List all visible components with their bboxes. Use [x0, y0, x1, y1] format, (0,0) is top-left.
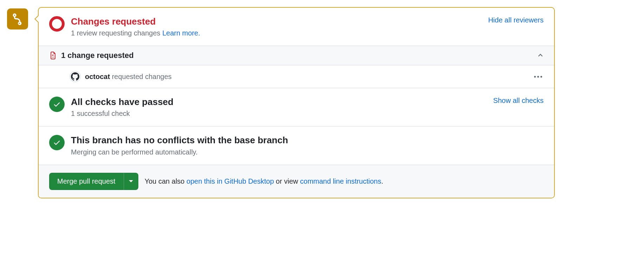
checks-title: All checks have passed [71, 97, 173, 107]
review-status-title: Changes requested [71, 16, 200, 27]
conflicts-status-section: This branch has no conflicts with the ba… [39, 126, 554, 165]
file-diff-icon [49, 52, 57, 59]
reviewer-row: octocat requested changes [39, 65, 554, 88]
review-status-section: Changes requested 1 review requesting ch… [39, 8, 554, 46]
review-status-subtitle: 1 review requesting changes Learn more. [71, 29, 200, 37]
merge-options-dropdown[interactable] [124, 173, 138, 190]
learn-more-link[interactable]: Learn more. [162, 29, 200, 37]
reviewer-avatar[interactable] [70, 71, 81, 82]
reviewer-username[interactable]: octocat [85, 73, 110, 80]
chevron-up-icon [537, 52, 544, 59]
merge-pull-request-button[interactable]: Merge pull request [49, 173, 124, 190]
check-success-icon [49, 97, 65, 112]
octocat-avatar-icon [71, 72, 79, 81]
conflicts-title: This branch has no conflicts with the ba… [71, 135, 544, 146]
merge-alt-text: You can also open this in GitHub Desktop… [145, 177, 383, 185]
change-requested-header[interactable]: 1 change requested [39, 46, 554, 65]
show-all-checks-link[interactable]: Show all checks [493, 97, 544, 105]
reviewer-action-text: requested changes [110, 73, 172, 80]
checks-status-section: All checks have passed 1 successful chec… [39, 88, 554, 126]
change-requested-title: 1 change requested [61, 51, 134, 60]
hide-reviewers-link[interactable]: Hide all reviewers [488, 16, 544, 24]
command-line-instructions-link[interactable]: command line instructions [300, 177, 381, 185]
git-merge-icon [11, 13, 24, 25]
conflicts-subtitle: Merging can be performed automatically. [71, 148, 544, 156]
merge-button-group: Merge pull request [49, 173, 138, 190]
open-github-desktop-link[interactable]: open this in GitHub Desktop [186, 177, 274, 185]
reviewer-menu-button[interactable] [533, 74, 544, 79]
changes-requested-icon [49, 16, 65, 32]
caret-down-icon [129, 180, 133, 183]
checks-subtitle: 1 successful check [71, 110, 173, 118]
conflict-success-icon [49, 135, 65, 150]
merge-status-box: Changes requested 1 review requesting ch… [38, 7, 555, 198]
merge-timeline-badge [7, 8, 28, 29]
merge-footer: Merge pull request You can also open thi… [39, 165, 554, 198]
